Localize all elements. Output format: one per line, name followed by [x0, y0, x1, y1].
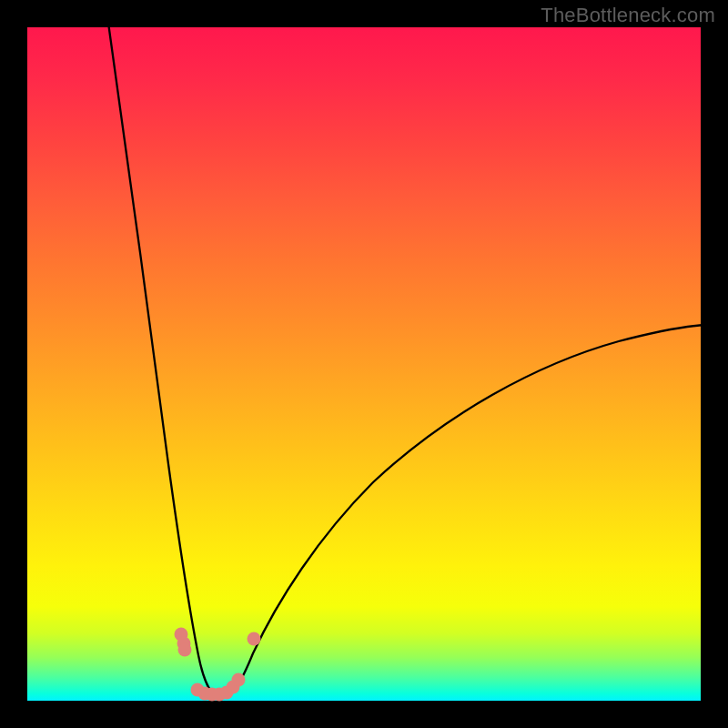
chart-frame: TheBottleneck.com — [0, 0, 728, 728]
marker-dot — [248, 632, 261, 646]
right-branch-curve — [221, 325, 705, 698]
attribution-text: TheBottleneck.com — [541, 4, 715, 27]
curve-layer — [27, 27, 701, 701]
marker-dot — [178, 643, 192, 657]
plot-area — [27, 27, 701, 701]
marker-dot — [232, 673, 246, 687]
left-branch-curve — [108, 23, 221, 698]
